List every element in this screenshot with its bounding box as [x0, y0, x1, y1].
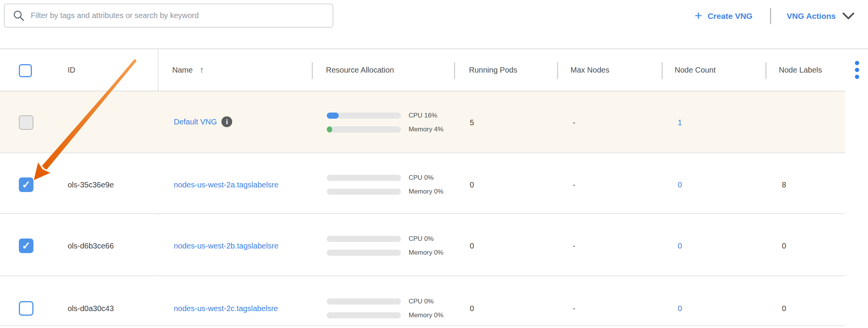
search-input[interactable]	[30, 11, 333, 20]
vng-name-link[interactable]: Default VNGi	[174, 117, 232, 128]
running-pods-value: 5	[470, 118, 474, 127]
node-count-link[interactable]: 0	[678, 304, 682, 313]
column-header-id[interactable]: ID	[68, 66, 75, 75]
plus-icon: +	[695, 9, 702, 22]
table-row[interactable]: Default VNGi CPU 16% Memory 4% 5 - 1	[0, 91, 845, 153]
vng-id: ols-35c36e9e	[68, 181, 114, 189]
column-header-running-pods[interactable]: Running Pods	[469, 66, 517, 75]
running-pods-value: 0	[470, 304, 474, 313]
memory-label: Memory 0%	[409, 311, 444, 319]
max-nodes-value: -	[573, 118, 575, 127]
kebab-menu-icon[interactable]	[855, 61, 859, 79]
running-pods-value: 0	[470, 181, 474, 189]
column-header-resource-allocation[interactable]: Resource Allocation	[326, 66, 394, 75]
vng-actions-dropdown[interactable]: VNG Actions	[784, 11, 857, 21]
column-header-node-count[interactable]: Node Count	[675, 66, 716, 75]
sort-asc-icon[interactable]: ↑	[200, 65, 204, 75]
node-labels-value: 0	[782, 304, 786, 313]
node-count-link[interactable]: 1	[678, 118, 682, 127]
max-nodes-value: -	[573, 242, 575, 250]
cpu-label: CPU 0%	[409, 298, 434, 305]
row-checkbox[interactable]	[19, 301, 33, 316]
cpu-bar	[327, 175, 401, 181]
memory-bar	[327, 250, 401, 256]
cpu-label: CPU 16%	[409, 112, 437, 119]
max-nodes-value: -	[573, 181, 575, 189]
search-box[interactable]	[4, 3, 333, 28]
column-header-name[interactable]: Name↑	[172, 65, 204, 75]
header-divider	[765, 62, 767, 79]
memory-label: Memory 0%	[409, 249, 444, 257]
column-header-node-labels[interactable]: Node Labels	[779, 66, 822, 75]
header-divider	[662, 62, 663, 79]
vng-id: ols-d0a30c43	[68, 304, 114, 313]
select-all-checkbox[interactable]	[19, 64, 32, 77]
node-labels-value: 8	[782, 181, 786, 189]
info-icon[interactable]: i	[221, 116, 232, 127]
cpu-bar	[327, 236, 401, 242]
vng-actions-label: VNG Actions	[787, 12, 836, 21]
toolbar-divider	[770, 8, 771, 24]
memory-label: Memory 4%	[409, 126, 444, 133]
vng-name-link[interactable]: nodes-us-west-2b.tagslabelsre	[174, 242, 278, 250]
max-nodes-value: -	[573, 304, 575, 313]
vng-name-link[interactable]: nodes-us-west-2a.tagslabelsre	[174, 181, 278, 189]
vng-list-page: + Create VNG VNG Actions ID Name↑ Resour…	[0, 0, 868, 328]
column-header-max-nodes[interactable]: Max Nodes	[570, 66, 609, 75]
table-row[interactable]: ols-d6b3ce66 nodes-us-west-2b.tagslabels…	[0, 215, 845, 276]
memory-bar	[327, 189, 401, 195]
header-divider	[454, 62, 455, 79]
running-pods-value: 0	[470, 242, 474, 250]
table-row[interactable]: ols-d0a30c43 nodes-us-west-2c.tagslabels…	[0, 277, 845, 326]
vng-name-link[interactable]: nodes-us-west-2c.tagslabelsre	[174, 304, 278, 313]
table-header-row: ID Name↑ Resource Allocation Running Pod…	[0, 49, 845, 91]
create-vng-button[interactable]: + Create VNG	[692, 9, 755, 23]
header-divider	[312, 62, 313, 79]
chevron-down-icon	[842, 12, 855, 20]
row-checkbox[interactable]	[19, 177, 33, 192]
vng-id: ols-d6b3ce66	[68, 242, 114, 250]
cpu-label: CPU 0%	[409, 235, 434, 243]
cpu-bar	[327, 113, 401, 119]
memory-bar	[327, 126, 401, 133]
row-checkbox[interactable]	[19, 239, 33, 253]
node-count-link[interactable]: 0	[678, 181, 682, 189]
create-vng-label: Create VNG	[708, 12, 753, 21]
search-icon	[13, 10, 25, 22]
cpu-bar	[327, 298, 401, 305]
node-count-link[interactable]: 0	[678, 242, 682, 250]
cpu-label: CPU 0%	[409, 174, 434, 182]
node-labels-value: 0	[782, 242, 786, 250]
memory-label: Memory 0%	[409, 188, 444, 195]
header-divider	[557, 62, 558, 79]
memory-bar	[327, 312, 401, 318]
row-checkbox	[19, 115, 33, 130]
table-row[interactable]: ols-35c36e9e nodes-us-west-2a.tagslabels…	[0, 153, 845, 214]
toolbar-actions: + Create VNG VNG Actions	[692, 5, 857, 27]
